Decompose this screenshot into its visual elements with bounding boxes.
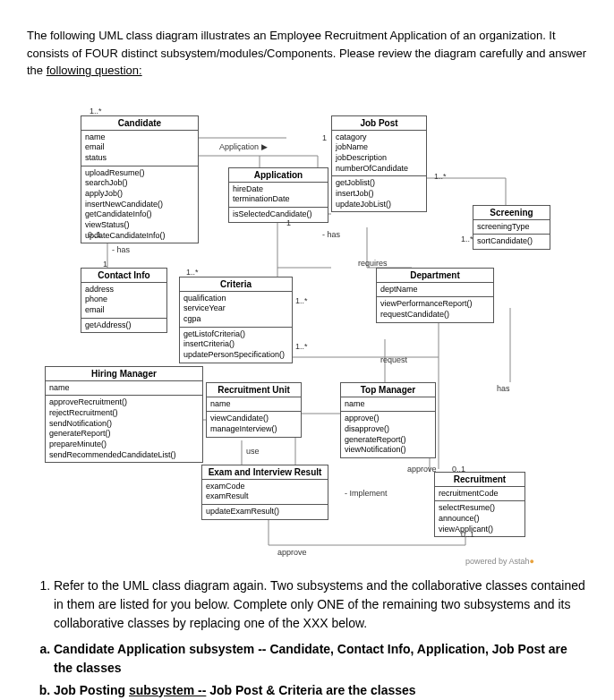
mult-1s5: 1..*	[295, 342, 308, 351]
class-department: DepartmentdeptNameviewPerformanceReport(…	[376, 268, 494, 323]
mult-01b: 0..1	[452, 465, 465, 474]
mult-1c: 1	[286, 218, 291, 227]
question-1: Refer to the UML class diagram again. Tw…	[54, 576, 587, 633]
label-use: use	[246, 447, 260, 456]
option-a: Candidate Application subsystem -- Candi…	[54, 640, 587, 678]
question-block: Refer to the UML class diagram again. Tw…	[27, 576, 587, 701]
label-has3: has	[497, 384, 510, 393]
class-jobpost: Job Postcatagory jobName jobDescription …	[331, 115, 427, 213]
class-hiring: Hiring ManagernameapproveRecruitment() r…	[45, 366, 203, 464]
label-application: Appliçation ▶	[219, 142, 268, 151]
class-exam: Exam and Interview ResultexamCode examRe…	[201, 465, 328, 520]
mult-01: 0..1	[88, 230, 101, 239]
mult-1s1: 1..*	[434, 172, 447, 181]
class-recunit: Recruitment UnitnameviewCandidate() mana…	[206, 382, 302, 438]
label-has: - has	[322, 230, 340, 239]
class-contact: Contact Infoaddress phone emailgetAddres…	[81, 268, 167, 334]
label-approve: approve	[407, 465, 437, 474]
option-b: Job Posting subsystem -- Job Post & Crit…	[54, 681, 587, 700]
mult-1s6: 1..*	[90, 107, 102, 115]
class-topmgr: Top Managernameapprove() disapprove() ge…	[340, 382, 436, 458]
mult-1: 1	[103, 260, 107, 269]
mult-01c: 0..1	[461, 530, 474, 539]
class-criteria: Criteriaqualification serviceYear cgpage…	[179, 277, 293, 363]
class-candidate: Candidatename email statusuploadResume()…	[81, 115, 199, 244]
class-screening: ScreeningscreeningTypesortCandidate()	[473, 205, 550, 250]
class-application: ApplicationhireDate terminationDateisSel…	[228, 167, 328, 223]
intro-text: The following UML class diagram illustra…	[27, 27, 587, 80]
mult-1s2: 1..*	[186, 268, 199, 277]
astah-footer: powered by Astah●	[465, 557, 534, 566]
label-has2: - has	[112, 245, 130, 254]
mult-1s4: 1..*	[295, 296, 308, 305]
label-request: request	[380, 355, 407, 364]
label-approve2: approve	[277, 548, 307, 557]
label-implement: - Implement	[345, 489, 388, 498]
label-requires: requires	[358, 259, 388, 268]
mult-1s3: 1..*	[461, 235, 473, 243]
uml-diagram: Candidatename email statusuploadResume()…	[27, 89, 587, 563]
mult-1b: 1	[322, 133, 327, 142]
class-recruitment: RecruitmentrecruitmentCodeselectResume()…	[434, 472, 525, 538]
